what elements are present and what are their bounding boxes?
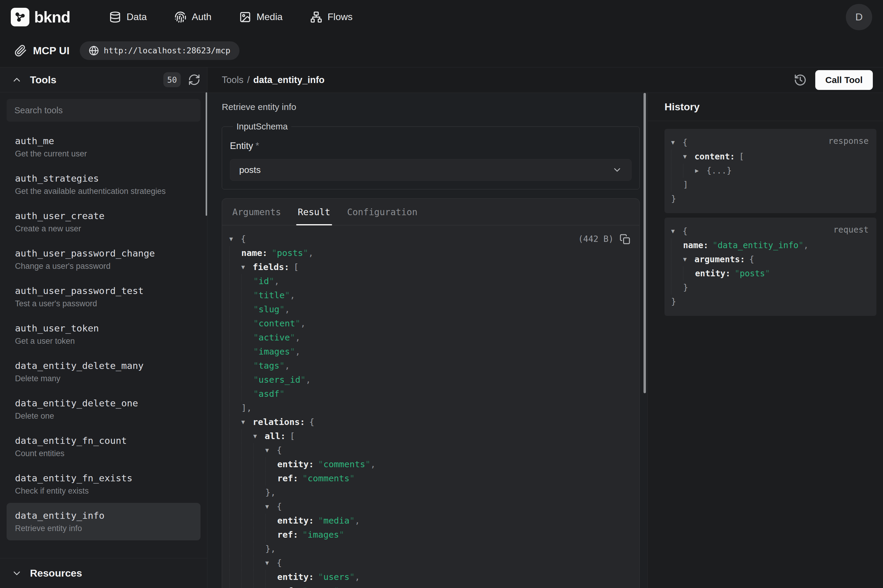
nav-item-media[interactable]: Media: [239, 11, 283, 23]
content-scrollbar[interactable]: [643, 93, 646, 393]
history-entry-card[interactable]: response▼{▼content:[▶{...}]}: [664, 129, 876, 213]
top-navbar: bknd Data Auth Media: [0, 0, 883, 34]
indent-guide: [265, 471, 277, 486]
mcp-toolbar: MCP UI http://localhost:28623/mcp: [0, 34, 883, 68]
collapse-icon[interactable]: ▼: [265, 443, 277, 458]
tool-list-item[interactable]: data_entity_fn_existsCheck if entity exi…: [7, 465, 201, 503]
collapse-icon[interactable]: ▼: [683, 252, 694, 266]
json-bracket: }: [671, 192, 676, 206]
tool-name: data_entity_delete_one: [15, 398, 192, 408]
tool-name: data_entity_fn_exists: [15, 472, 192, 483]
indent-guide: [229, 542, 241, 556]
user-avatar[interactable]: D: [846, 4, 872, 30]
indent-guide: [253, 584, 265, 588]
refresh-icon[interactable]: [188, 74, 201, 86]
tool-list-item[interactable]: auth_user_password_changeChange a user's…: [7, 241, 201, 278]
json-key: content:: [694, 150, 735, 164]
nav-item-auth[interactable]: Auth: [174, 11, 211, 23]
tab-configuration[interactable]: Configuration: [347, 199, 418, 225]
json-string-value: posts: [740, 266, 765, 280]
expand-icon[interactable]: ▶: [695, 164, 706, 178]
json-string-value: comments: [324, 458, 365, 471]
json-row: "title",: [229, 288, 631, 302]
nav-item-flows[interactable]: Flows: [310, 11, 353, 23]
indent-guide: [265, 458, 277, 471]
json-row: ref:"images": [229, 528, 631, 542]
resources-section-header[interactable]: Resources: [0, 558, 207, 588]
json-key: name:: [241, 246, 267, 260]
json-string-value: users: [307, 584, 334, 588]
indent-guide: [241, 274, 253, 288]
indent-guide: [241, 387, 253, 401]
call-tool-button[interactable]: Call Tool: [815, 70, 873, 90]
json-key: entity:: [277, 514, 314, 528]
nav-item-data[interactable]: Data: [109, 11, 147, 23]
tool-desc: Get a user token: [15, 336, 192, 346]
json-key: fields:: [253, 260, 289, 274]
json-row: "asdf": [229, 387, 631, 401]
breadcrumb: Tools / data_entity_info: [222, 75, 325, 86]
indent-guide: [265, 514, 277, 528]
tool-list-item[interactable]: auth_user_tokenGet a user token: [7, 316, 201, 353]
json-row: ]: [671, 178, 869, 192]
tool-list-item[interactable]: data_entity_delete_manyDelete many: [7, 353, 201, 390]
json-string-value: title: [258, 288, 285, 302]
bknd-logo[interactable]: bknd: [11, 8, 70, 26]
breadcrumb-separator: /: [247, 75, 250, 86]
collapse-icon[interactable]: ▼: [241, 415, 253, 429]
page-title: MCP UI: [33, 45, 69, 57]
json-row: ▼all:[: [229, 429, 631, 443]
tool-list-item[interactable]: data_entity_delete_oneDelete one: [7, 390, 201, 428]
tool-list-item[interactable]: auth_strategiesGet the available authent…: [7, 166, 201, 203]
collapse-icon[interactable]: ▼: [265, 500, 277, 514]
tab-arguments[interactable]: Arguments: [232, 199, 281, 225]
collapse-icon[interactable]: ▼: [683, 150, 694, 164]
json-row: ▼{: [229, 232, 631, 246]
json-key: entity:: [277, 458, 314, 471]
tool-desc: Get the current user: [15, 149, 192, 159]
tool-list-item[interactable]: data_entity_infoRetrieve entity info: [7, 503, 201, 540]
indent-guide: [683, 266, 695, 280]
tool-list-item[interactable]: auth_user_createCreate a new user: [7, 203, 201, 241]
server-url: http://localhost:28623/mcp: [104, 46, 231, 55]
indent-guide: [241, 542, 253, 556]
entity-select[interactable]: posts: [230, 159, 631, 181]
json-row: ],: [229, 401, 631, 415]
json-string-value: comments: [307, 471, 349, 486]
collapse-icon[interactable]: ▼: [671, 135, 682, 150]
copy-icon[interactable]: [619, 234, 630, 244]
history-panel: History response▼{▼content:[▶{...}]}requ…: [648, 93, 883, 588]
tool-list-item[interactable]: auth_meGet the current user: [7, 128, 201, 166]
collapse-icon[interactable]: ▼: [253, 429, 265, 443]
tab-result[interactable]: Result: [298, 199, 330, 225]
json-bracket: {: [241, 232, 246, 246]
indent-guide: [229, 387, 241, 401]
collapse-icon[interactable]: ▼: [229, 232, 241, 246]
collapse-icon[interactable]: ▼: [241, 260, 253, 274]
json-row: ref:"users": [229, 584, 631, 588]
collapse-icon[interactable]: ▼: [265, 556, 277, 570]
indent-guide: [671, 252, 683, 266]
chevron-down-icon: [11, 568, 22, 579]
sidebar-scrollbar[interactable]: [205, 92, 207, 216]
chevron-down-icon: [612, 165, 622, 175]
tool-list-item[interactable]: data_entity_fn_countCount entities: [7, 428, 201, 465]
json-comma: ,: [290, 288, 295, 302]
tool-list-item[interactable]: auth_user_password_testTest a user's pas…: [7, 278, 201, 316]
json-bracket: ]: [683, 178, 688, 192]
breadcrumb-tools-link[interactable]: Tools: [222, 75, 243, 86]
indent-guide: [683, 164, 695, 178]
indent-guide: [253, 528, 265, 542]
json-row: ▼arguments:{: [671, 252, 869, 266]
json-row: "content",: [229, 316, 631, 331]
server-url-pill[interactable]: http://localhost:28623/mcp: [80, 41, 240, 60]
search-input[interactable]: [7, 99, 201, 122]
tools-section-header[interactable]: Tools 50: [0, 68, 207, 92]
tool-desc: Retrieve entity info: [15, 524, 192, 533]
indent-guide: [253, 471, 265, 486]
history-entry-card[interactable]: request▼{name:"data_entity_info",▼argume…: [664, 218, 876, 316]
indent-guide: [671, 280, 683, 295]
collapse-icon[interactable]: ▼: [671, 224, 682, 238]
history-icon[interactable]: [794, 74, 807, 87]
json-key: ref:: [277, 584, 298, 588]
